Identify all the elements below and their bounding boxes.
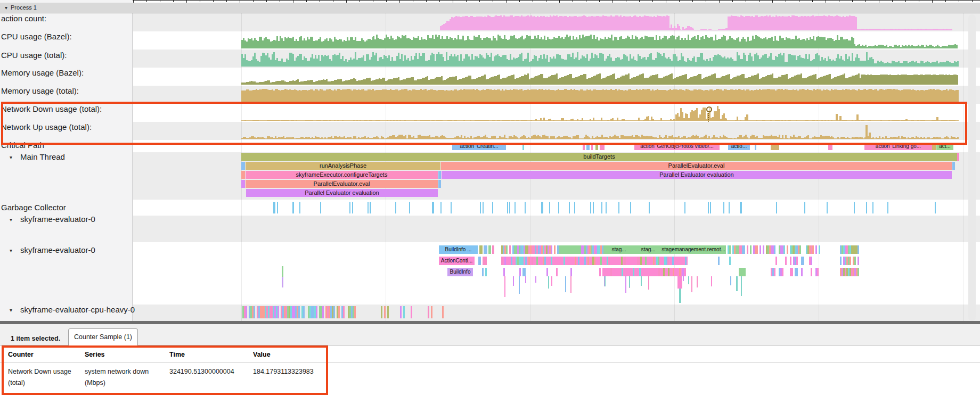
slice-confetti-tick[interactable] bbox=[570, 268, 572, 276]
slice-confetti-tick[interactable] bbox=[840, 257, 842, 265]
slice-confetti-tick[interactable] bbox=[277, 306, 279, 318]
slice-confetti-tick[interactable] bbox=[602, 245, 603, 254]
slice-confetti-tick[interactable] bbox=[501, 257, 503, 265]
skyframe-slice[interactable]: BuildInfo ... bbox=[439, 245, 478, 254]
slice-confetti-tick[interactable] bbox=[600, 257, 602, 265]
slice-confetti-tick[interactable] bbox=[774, 268, 775, 276]
slice-confetti-tick[interactable] bbox=[679, 268, 681, 276]
slice-confetti-tick[interactable] bbox=[658, 268, 660, 276]
slice-confetti-tick[interactable] bbox=[729, 257, 731, 265]
critical-path-slice[interactable] bbox=[586, 143, 590, 150]
slice-confetti-tick[interactable] bbox=[782, 268, 783, 276]
slice-confetti-tick[interactable] bbox=[775, 257, 777, 265]
gc-event-tick[interactable] bbox=[827, 202, 828, 213]
gc-event-tick[interactable] bbox=[507, 202, 508, 213]
critical-path-slice[interactable] bbox=[932, 143, 936, 150]
slice-confetti-tick[interactable] bbox=[519, 268, 521, 276]
slice-confetti-tick[interactable] bbox=[254, 306, 255, 318]
collapse-triangle-icon[interactable]: ▾ bbox=[10, 154, 12, 160]
gc-event-tick[interactable] bbox=[370, 202, 371, 213]
slice-confetti-tick[interactable] bbox=[575, 257, 576, 265]
gc-event-tick[interactable] bbox=[740, 202, 741, 213]
skyframe-slice[interactable] bbox=[484, 245, 487, 254]
gc-event-tick[interactable] bbox=[320, 202, 321, 213]
gc-event-tick[interactable] bbox=[618, 202, 619, 213]
slice-confetti-tick[interactable] bbox=[801, 268, 803, 276]
slice-confetti-tick[interactable] bbox=[546, 268, 548, 276]
slice-confetti-tick[interactable] bbox=[599, 268, 601, 276]
critical-path-slice[interactable] bbox=[600, 143, 605, 150]
critical-path-slice[interactable] bbox=[595, 143, 598, 150]
slice-confetti-tick[interactable] bbox=[812, 245, 814, 254]
gc-event-tick[interactable] bbox=[741, 202, 742, 213]
slice-confetti-tick[interactable] bbox=[544, 257, 546, 265]
slice-confetti-tick[interactable] bbox=[624, 257, 626, 265]
slice-confetti-tick[interactable] bbox=[532, 257, 533, 265]
slice-confetti-tick[interactable] bbox=[854, 257, 856, 265]
main-thread-slice[interactable]: buildTargets bbox=[241, 153, 957, 161]
main-thread-slice[interactable] bbox=[241, 171, 245, 179]
skyframe-slice[interactable] bbox=[485, 268, 487, 276]
slice-confetti-tick[interactable] bbox=[428, 306, 429, 318]
gc-event-tick[interactable] bbox=[776, 202, 777, 213]
gc-event-tick[interactable] bbox=[440, 202, 442, 213]
gc-event-tick[interactable] bbox=[509, 202, 510, 213]
critical-path-slice[interactable] bbox=[522, 143, 524, 150]
main-thread-slice[interactable]: runAnalysisPhase bbox=[246, 162, 440, 170]
selected-sample-marker[interactable] bbox=[706, 106, 712, 112]
slice-confetti-tick[interactable] bbox=[791, 268, 793, 276]
critical-path-slice[interactable]: action 'GenObjcProtos video/... bbox=[634, 143, 720, 150]
gc-event-tick[interactable] bbox=[558, 202, 559, 213]
slice-confetti-tick[interactable] bbox=[442, 306, 444, 318]
collapse-triangle-icon[interactable]: ▾ bbox=[10, 248, 12, 253]
slice-confetti-tick[interactable] bbox=[536, 257, 538, 265]
slice-confetti-tick[interactable] bbox=[790, 257, 791, 265]
skyframe-slice[interactable]: stag... bbox=[602, 245, 635, 254]
skyframe-slice[interactable] bbox=[488, 245, 491, 254]
slice-confetti-tick[interactable] bbox=[316, 306, 317, 318]
main-thread-slice[interactable]: Parallel Evaluator evaluation bbox=[246, 189, 438, 197]
main-thread-slice[interactable]: Parallel Evaluator evaluation bbox=[442, 171, 952, 179]
main-thread-slice[interactable] bbox=[241, 180, 245, 188]
track-label-row-main-thread[interactable]: ▾Main Thread bbox=[0, 152, 132, 163]
track-label-row-skyframe-evaluator-cpu-heavy-0[interactable]: ▾skyframe-evaluator-cpu-heavy-0 bbox=[0, 305, 132, 316]
gc-event-tick[interactable] bbox=[866, 202, 867, 213]
collapse-triangle-icon[interactable]: ▾ bbox=[10, 307, 12, 313]
slice-confetti-tick[interactable] bbox=[785, 257, 787, 265]
slice-confetti-tick[interactable] bbox=[787, 245, 788, 254]
gc-event-tick[interactable] bbox=[433, 202, 434, 213]
skyframe-slice[interactable] bbox=[492, 245, 494, 254]
slice-confetti-tick[interactable] bbox=[431, 306, 432, 318]
slice-confetti-tick[interactable] bbox=[524, 268, 526, 276]
process-header-bar[interactable]: ▾Process 1 bbox=[0, 3, 980, 13]
gc-event-tick[interactable] bbox=[514, 202, 516, 213]
slice-confetti-tick[interactable] bbox=[622, 268, 623, 276]
skyframe-slice[interactable] bbox=[483, 257, 487, 265]
slice-confetti-tick[interactable] bbox=[503, 268, 505, 276]
slice-confetti-tick[interactable] bbox=[381, 306, 382, 318]
slice-confetti-tick[interactable] bbox=[668, 268, 669, 276]
slice-confetti-tick[interactable] bbox=[763, 245, 764, 254]
slice-confetti-tick[interactable] bbox=[343, 306, 345, 318]
slice-confetti-tick[interactable] bbox=[584, 257, 586, 265]
slice-confetti-tick[interactable] bbox=[747, 245, 748, 254]
slice-confetti-tick[interactable] bbox=[858, 268, 859, 276]
gc-event-tick[interactable] bbox=[729, 202, 730, 213]
slice-confetti-tick[interactable] bbox=[663, 268, 665, 276]
slice-confetti-tick[interactable] bbox=[783, 245, 785, 254]
gc-event-tick[interactable] bbox=[451, 202, 452, 213]
critical-path-slice[interactable] bbox=[583, 143, 585, 150]
slice-confetti-tick[interactable] bbox=[653, 257, 655, 265]
slice-confetti-tick[interactable] bbox=[509, 245, 511, 254]
slice-confetti-tick[interactable] bbox=[633, 268, 634, 276]
track-label-row-skyframe-evaluator-0-a[interactable]: ▾skyframe-evaluator-0 bbox=[0, 215, 132, 225]
gc-event-tick[interactable] bbox=[480, 202, 481, 213]
slice-confetti-tick[interactable] bbox=[803, 257, 804, 265]
slice-confetti-tick[interactable] bbox=[551, 257, 552, 265]
main-thread-slice[interactable] bbox=[952, 162, 955, 170]
slice-confetti-tick[interactable] bbox=[682, 268, 684, 276]
slice-confetti-tick[interactable] bbox=[658, 257, 659, 265]
gc-event-tick[interactable] bbox=[569, 202, 570, 213]
gc-event-tick[interactable] bbox=[606, 202, 607, 213]
main-thread-slice[interactable]: ParallelEvaluator.eval bbox=[246, 180, 438, 188]
